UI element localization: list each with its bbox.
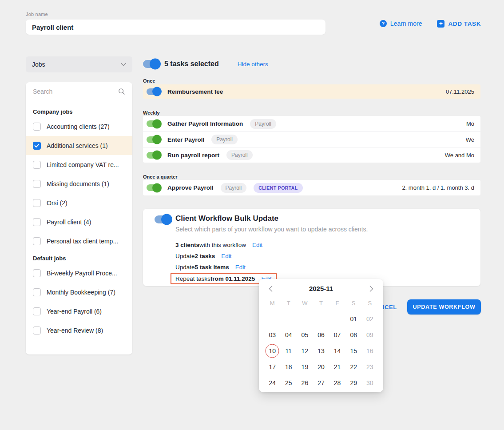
calendar-day[interactable]: 18	[281, 359, 297, 375]
sidebar-item-label: Additional services (1)	[47, 142, 108, 149]
group-header-company-jobs: Company jobs	[26, 104, 132, 117]
search-input[interactable]	[33, 88, 115, 95]
calendar-day[interactable]: 13	[313, 343, 329, 359]
task-row-gather-payroll-information[interactable]: Gather Payroll Information Payroll Mo	[143, 116, 480, 131]
calendar-day[interactable]: 27	[313, 375, 329, 391]
task-row-enter-payroll[interactable]: Enter Payroll Payroll We	[143, 131, 480, 147]
calendar-day[interactable]: 12	[297, 343, 313, 359]
prev-month-icon[interactable]	[269, 286, 273, 292]
calendar-day[interactable]: 19	[297, 359, 313, 375]
checkbox-icon[interactable]	[33, 237, 41, 245]
jobs-dropdown[interactable]: Jobs	[26, 56, 132, 72]
calendar-day[interactable]: 23	[361, 359, 378, 375]
calendar-day-empty	[313, 311, 329, 327]
sidebar-item-biweekly-payroll[interactable]: Bi-weekly Payroll Proce...	[26, 263, 132, 283]
sidebar-item-label: Orsi (2)	[47, 199, 67, 207]
sidebar-item-orsi[interactable]: Orsi (2)	[26, 193, 132, 212]
calendar-day[interactable]: 03	[264, 327, 281, 343]
update-workflow-button[interactable]: UPDATE WORKFLOW	[407, 299, 481, 315]
sidebar-item-additional-services[interactable]: Additional services (1)	[26, 136, 132, 155]
calendar-day[interactable]: 08	[345, 327, 362, 343]
sidebar-item-label: Missing documents (1)	[47, 180, 109, 187]
edit-tasks-link[interactable]: Edit	[221, 253, 231, 259]
sidebar-item-yearend-review[interactable]: Year-end Review (8)	[26, 321, 132, 340]
task-title: Reimbursement fee	[167, 88, 223, 95]
edit-clients-link[interactable]: Edit	[252, 242, 262, 248]
sidebar-item-payroll-client[interactable]: Payroll client (4)	[26, 212, 132, 231]
checkbox-checked-icon[interactable]	[33, 142, 41, 150]
search-icon	[118, 88, 125, 95]
tasks-master-toggle[interactable]	[143, 60, 159, 68]
sidebar-item-limited-company-vat[interactable]: Limited company VAT re...	[26, 155, 132, 174]
calendar-day[interactable]: 14	[329, 343, 345, 359]
task-row-approve-payroll[interactable]: Approve Payroll Payroll CLIENT PORTAL 2.…	[143, 180, 480, 195]
checkbox-icon[interactable]	[33, 180, 41, 188]
calendar-day[interactable]: 02	[361, 311, 378, 327]
line-text: Update	[175, 264, 195, 271]
next-month-icon[interactable]	[369, 286, 373, 292]
calendar-day[interactable]: 24	[264, 375, 281, 391]
task-title: Run payroll report	[167, 152, 219, 159]
calendar-day[interactable]: 28	[329, 375, 345, 391]
calendar-day[interactable]: 16	[361, 343, 378, 359]
checkbox-icon[interactable]	[33, 269, 41, 277]
task-toggle[interactable]	[147, 120, 160, 127]
calendar-day[interactable]: 04	[281, 327, 297, 343]
task-toggle[interactable]	[147, 136, 160, 143]
line-text: Repeat tasks	[175, 275, 210, 282]
calendar-day[interactable]: 07	[329, 327, 345, 343]
calendar-header: 2025-11	[259, 279, 383, 295]
calendar-day[interactable]: 25	[281, 375, 297, 391]
bulk-line-clients: 3 clients with this workflow Edit	[175, 239, 277, 251]
sidebar-item-monthly-bookkeeping[interactable]: Monthly Bookkeeping (7)	[26, 283, 132, 302]
checkbox-icon[interactable]	[33, 288, 41, 296]
task-toggle[interactable]	[147, 88, 160, 95]
task-toggle[interactable]	[147, 184, 160, 191]
edit-task-items-link[interactable]: Edit	[235, 264, 246, 271]
bulk-update-toggle[interactable]	[155, 215, 171, 223]
task-toggle[interactable]	[147, 152, 160, 159]
sidebar-item-label: Year-end Review (8)	[47, 327, 103, 334]
calendar-day[interactable]: 17	[264, 359, 281, 375]
sidebar-item-personal-tax-client[interactable]: Personal tax client temp...	[26, 231, 132, 251]
badge-client-portal: CLIENT PORTAL	[254, 183, 302, 193]
calendar-day[interactable]: 21	[329, 359, 345, 375]
calendar-day[interactable]: 20	[313, 359, 329, 375]
checkbox-icon[interactable]	[33, 199, 41, 207]
task-row-reimbursement-fee[interactable]: Reimbursement fee 07.11.2025	[143, 84, 480, 99]
checkbox-icon[interactable]	[33, 326, 41, 334]
job-name-input[interactable]	[26, 20, 325, 35]
calendar-day[interactable]: 26	[297, 375, 313, 391]
task-row-run-payroll-report[interactable]: Run payroll report Payroll We and Mo	[143, 147, 480, 163]
weekday-label: S	[345, 295, 362, 311]
calendar-day[interactable]: 11	[281, 343, 297, 359]
checkbox-icon[interactable]	[33, 307, 41, 315]
checkbox-icon[interactable]	[33, 161, 41, 169]
sidebar-item-missing-documents[interactable]: Missing documents (1)	[26, 174, 132, 193]
bulk-update-subtitle: Select which parts of your workflow you …	[175, 226, 368, 233]
learn-more-link[interactable]: ? Learn more	[380, 20, 422, 27]
badge-payroll: Payroll	[250, 119, 276, 129]
calendar-day-selected[interactable]: 10	[264, 343, 281, 359]
checkbox-icon[interactable]	[33, 123, 41, 131]
calendar-day[interactable]: 15	[345, 343, 362, 359]
hide-others-link[interactable]: Hide others	[238, 61, 268, 68]
group-header-default-jobs: Default jobs	[26, 251, 132, 263]
line-text: with this workflow	[199, 242, 246, 248]
calendar-day-empty	[329, 311, 345, 327]
add-task-button[interactable]: + ADD TASK	[437, 20, 481, 28]
calendar-day[interactable]: 06	[313, 327, 329, 343]
calendar-day[interactable]: 29	[345, 375, 362, 391]
sidebar-item-label: Personal tax client temp...	[47, 238, 118, 245]
sidebar-item-accounting-clients[interactable]: Accounting clients (27)	[26, 117, 132, 136]
checkbox-icon[interactable]	[33, 218, 41, 226]
calendar-day[interactable]: 01	[345, 311, 362, 327]
calendar-day[interactable]: 30	[361, 375, 378, 391]
calendar-day[interactable]: 05	[297, 327, 313, 343]
section-label-once: Once	[143, 78, 155, 84]
calendar-day[interactable]: 09	[361, 327, 378, 343]
calendar-day[interactable]: 22	[345, 359, 362, 375]
line-text-bold: from 01.11.2025	[210, 275, 255, 282]
jobs-panel: Company jobs Accounting clients (27) Add…	[26, 82, 132, 354]
sidebar-item-yearend-payroll[interactable]: Year-end Payroll (6)	[26, 302, 132, 321]
